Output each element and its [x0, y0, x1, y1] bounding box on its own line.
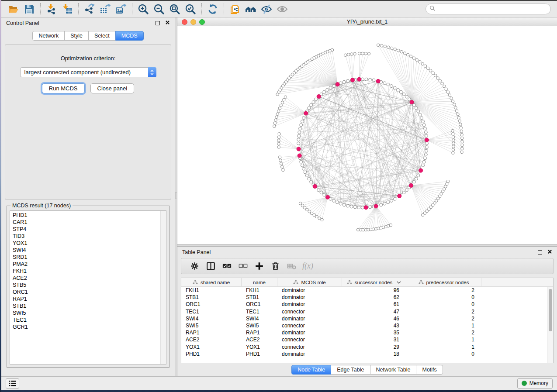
list-item[interactable]: STP4 [10, 226, 160, 233]
table-cell[interactable]: dominator [277, 301, 342, 308]
list-item[interactable]: SWI5 [10, 309, 160, 316]
table-cell[interactable]: 47 [342, 308, 406, 315]
table-cell[interactable]: 2 [406, 315, 481, 322]
table-cell[interactable]: YOX1 [242, 344, 277, 351]
zoom-window-button[interactable] [199, 19, 205, 25]
table-cell[interactable]: dominator [277, 351, 342, 358]
tab-style[interactable]: Style [64, 31, 89, 41]
list-item[interactable]: GCR1 [10, 323, 160, 330]
table-cell[interactable]: 0 [406, 294, 481, 301]
table-cell[interactable]: connector [277, 322, 342, 329]
list-item[interactable]: TID3 [10, 233, 160, 240]
table-cell[interactable]: 1 [406, 344, 481, 351]
table-cell[interactable]: 18 [342, 351, 406, 358]
zoom-fit-icon[interactable] [167, 3, 183, 16]
table-row[interactable]: FKH1FKH1dominator962 [181, 287, 553, 294]
table-cell[interactable]: FKH1 [181, 287, 242, 294]
column-header-name[interactable]: name [242, 278, 277, 286]
table-cell[interactable]: dominator [277, 315, 342, 322]
table-cell[interactable]: FKH1 [242, 287, 277, 294]
float-window-icon[interactable] [156, 21, 160, 25]
table-cell[interactable]: 2 [406, 287, 481, 294]
export-image-icon[interactable] [113, 3, 129, 16]
table-cell[interactable]: 1 [406, 336, 481, 343]
first-neighbors-icon[interactable] [243, 3, 259, 16]
clone-network-icon[interactable] [227, 3, 243, 16]
table-cell[interactable]: 2 [406, 308, 481, 315]
list-item[interactable]: YOX1 [10, 240, 160, 247]
table-row[interactable]: ORC1ORC1dominator610 [181, 301, 553, 308]
list-item[interactable]: ACE2 [10, 275, 160, 282]
table-row[interactable]: ACE2ACE2connector311 [181, 336, 553, 343]
close-panel-button[interactable]: Close panel [90, 83, 135, 93]
table-cell[interactable]: SWI4 [181, 315, 242, 322]
table-row[interactable]: TEC1TEC1connector472 [181, 308, 553, 315]
table-cell[interactable]: RAP1 [181, 329, 242, 336]
table-cell[interactable]: connector [277, 344, 342, 351]
table-cell[interactable]: 0 [406, 301, 481, 308]
list-scrollbar[interactable] [160, 211, 166, 364]
table-cell[interactable]: 31 [342, 336, 406, 343]
search-input[interactable] [438, 5, 547, 14]
table-cell[interactable]: 96 [342, 287, 406, 294]
table-cell[interactable]: TEC1 [181, 308, 242, 315]
network-graph[interactable] [177, 26, 557, 244]
list-item[interactable]: ORC1 [10, 289, 160, 296]
table-cell[interactable]: 29 [342, 344, 406, 351]
table-cell[interactable]: 46 [342, 315, 406, 322]
splitter-grip[interactable] [175, 192, 177, 199]
tab-network[interactable]: Network [32, 31, 65, 41]
minimize-window-button[interactable] [190, 19, 196, 25]
table-row[interactable]: STB1STB1dominator620 [181, 294, 553, 301]
import-table-icon[interactable] [59, 3, 75, 16]
tab-edge-table[interactable]: Edge Table [331, 365, 370, 375]
table-cell[interactable]: 43 [342, 322, 406, 329]
table-cell[interactable]: 1 [406, 322, 481, 329]
list-item[interactable]: STB1 [10, 303, 160, 309]
run-mcds-button[interactable]: Run MCDS [42, 83, 85, 93]
column-header-successor-nodes[interactable]: successor nodes [342, 278, 406, 286]
export-table-icon[interactable] [97, 3, 113, 16]
table-cell[interactable]: TEC1 [242, 308, 277, 315]
settings-icon[interactable] [187, 260, 202, 273]
save-session-icon[interactable] [21, 3, 37, 16]
list-item[interactable]: RAP1 [10, 296, 160, 303]
table-row[interactable]: PHD1PHD1dominator180 [181, 351, 553, 358]
table-cell[interactable]: SWI5 [181, 322, 242, 329]
table-row[interactable]: SWI4SWI4dominator462 [181, 315, 553, 322]
table-cell[interactable]: ACE2 [181, 336, 242, 343]
table-cell[interactable]: dominator [277, 287, 342, 294]
deselect-all-icon[interactable] [236, 260, 250, 273]
delete-entry-icon[interactable] [268, 260, 283, 273]
close-table-panel-icon[interactable] [547, 249, 552, 255]
table-cell[interactable]: SWI5 [242, 322, 277, 329]
list-item[interactable]: CAR1 [10, 219, 160, 226]
optimization-criterion-select[interactable]: largest connected component (undirected) [20, 67, 156, 77]
network-window-titlebar[interactable]: YPA_prune.txt_1 [177, 17, 557, 26]
export-network-icon[interactable] [82, 3, 97, 16]
add-entry-icon[interactable] [252, 260, 266, 273]
table-cell[interactable]: 61 [342, 301, 406, 308]
open-file-icon[interactable] [6, 3, 21, 16]
refresh-view-icon[interactable] [205, 3, 221, 16]
memory-button[interactable]: Memory [517, 378, 553, 389]
table-cell[interactable]: PHD1 [242, 351, 277, 358]
zoom-selected-icon[interactable] [183, 3, 198, 16]
list-item[interactable]: PHD1 [10, 212, 160, 219]
table-scrollbar-thumb[interactable] [549, 289, 552, 331]
list-item[interactable]: SWI4 [10, 247, 160, 254]
table-cell[interactable]: 2 [406, 329, 481, 336]
search-box[interactable] [426, 3, 551, 14]
list-item[interactable]: SRD1 [10, 254, 160, 261]
table-cell[interactable]: 35 [342, 329, 406, 336]
tab-select[interactable]: Select [88, 31, 116, 41]
list-item[interactable]: STB5 [10, 282, 160, 289]
table-cell[interactable]: ACE2 [242, 336, 277, 343]
table-cell[interactable]: STB1 [181, 294, 242, 301]
split-view-icon[interactable] [204, 260, 218, 273]
tab-node-table[interactable]: Node Table [291, 365, 331, 375]
table-cell[interactable]: RAP1 [242, 329, 277, 336]
list-item[interactable]: FKH1 [10, 268, 160, 275]
table-cell[interactable]: SWI4 [242, 315, 277, 322]
column-header-predecessor-nodes[interactable]: predecessor nodes [406, 278, 481, 286]
